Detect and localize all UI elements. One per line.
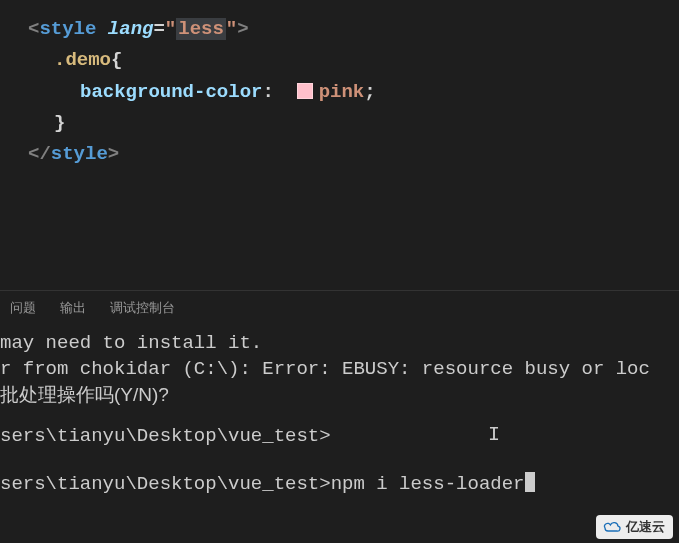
- code-line-1: <style lang="less">: [28, 14, 679, 45]
- code-line-4: }: [28, 108, 679, 139]
- code-line-2: .demo{: [28, 45, 679, 76]
- tab-problems[interactable]: 问题: [10, 299, 36, 317]
- code-line-3: background-color: pink;: [28, 77, 679, 108]
- watermark-badge: 亿速云: [596, 515, 673, 539]
- code-line-5: </style>: [28, 139, 679, 170]
- terminal-cursor-icon: [525, 472, 535, 492]
- watermark-text: 亿速云: [626, 518, 665, 536]
- tab-output[interactable]: 输出: [60, 299, 86, 317]
- code-editor[interactable]: <style lang="less"> .demo{ background-co…: [0, 0, 679, 290]
- color-swatch-icon: [297, 83, 313, 99]
- terminal-command: npm i less-loader: [331, 473, 525, 495]
- tab-debug-console[interactable]: 调试控制台: [110, 299, 175, 317]
- terminal[interactable]: may need to install it. r from chokidar …: [0, 327, 679, 537]
- terminal-prompt: sers\tianyu\Desktop\vue_test>: [0, 424, 679, 450]
- terminal-input-line[interactable]: sers\tianyu\Desktop\vue_test>npm i less-…: [0, 472, 679, 498]
- cloud-icon: [602, 520, 622, 534]
- terminal-line: may need to install it.: [0, 331, 679, 357]
- panel-tabbar: 问题 输出 调试控制台: [0, 291, 679, 327]
- terminal-line: 批处理操作吗(Y/N)?: [0, 382, 679, 408]
- terminal-line: r from chokidar (C:\): Error: EBUSY: res…: [0, 357, 679, 383]
